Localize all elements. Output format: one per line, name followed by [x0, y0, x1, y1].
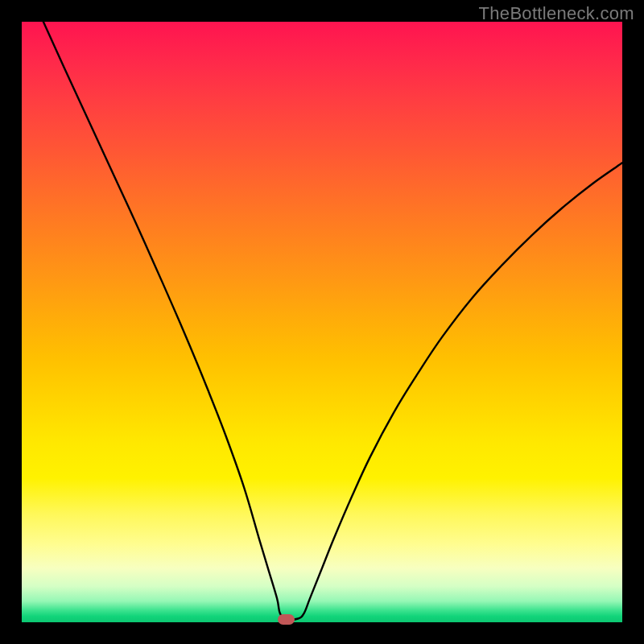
- curve-svg: [22, 22, 622, 622]
- chart-frame: TheBottleneck.com: [0, 0, 644, 644]
- optimal-point-marker: [278, 614, 295, 625]
- plot-area: [22, 22, 622, 622]
- bottleneck-curve: [43, 22, 622, 619]
